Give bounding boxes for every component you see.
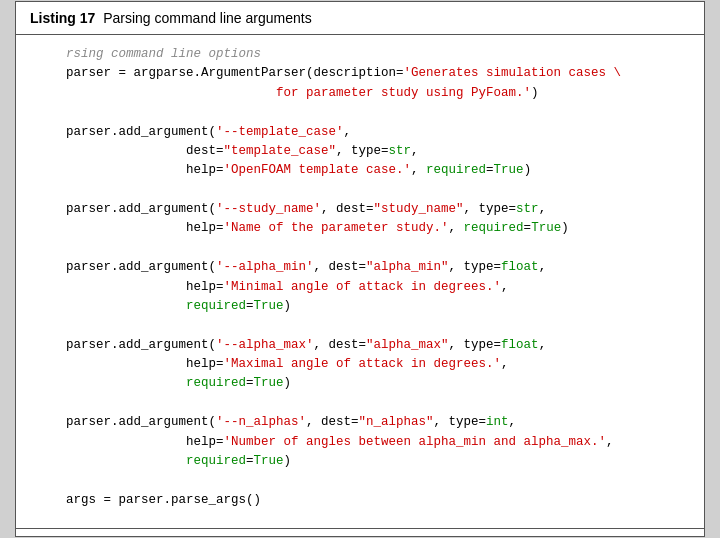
code-line-2b: dest="template_case", type=str,	[66, 142, 690, 161]
code-line-5c: required=True)	[66, 374, 690, 393]
listing-header: Listing 17 Parsing command line argument…	[16, 2, 704, 35]
code-line-3b: help='Name of the parameter study.', req…	[66, 219, 690, 238]
code-line-1: parser = argparse.ArgumentParser(descrip…	[66, 64, 690, 83]
comment-line: rsing command line options	[66, 45, 690, 64]
code-line-5b: help='Maximal angle of attack in degrees…	[66, 355, 690, 374]
code-line-6c: required=True)	[66, 452, 690, 471]
code-line-6: parser.add_argument('--n_alphas', dest="…	[66, 413, 690, 432]
listing-number: Listing 17	[30, 10, 95, 26]
code-line-7: args = parser.parse_args()	[66, 491, 690, 510]
listing-footer	[16, 528, 704, 536]
code-line-3: parser.add_argument('--study_name', dest…	[66, 200, 690, 219]
code-blank-3	[66, 239, 690, 258]
code-line-2: parser.add_argument('--template_case',	[66, 123, 690, 142]
code-line-4b: help='Minimal angle of attack in degrees…	[66, 278, 690, 297]
listing-content: rsing command line options parser = argp…	[16, 35, 704, 528]
code-blank-6	[66, 471, 690, 490]
code-blank-4	[66, 316, 690, 335]
code-blank-1	[66, 103, 690, 122]
code-line-2c: help='OpenFOAM template case.', required…	[66, 161, 690, 180]
code-line-1b: for parameter study using PyFoam.')	[66, 84, 690, 103]
listing-title: Parsing command line arguments	[99, 10, 311, 26]
listing-box: Listing 17 Parsing command line argument…	[15, 1, 705, 537]
code-line-6b: help='Number of angles between alpha_min…	[66, 433, 690, 452]
code-blank-5	[66, 394, 690, 413]
code-line-4c: required=True)	[66, 297, 690, 316]
code-line-4: parser.add_argument('--alpha_min', dest=…	[66, 258, 690, 277]
code-blank-2	[66, 181, 690, 200]
code-line-5: parser.add_argument('--alpha_max', dest=…	[66, 336, 690, 355]
